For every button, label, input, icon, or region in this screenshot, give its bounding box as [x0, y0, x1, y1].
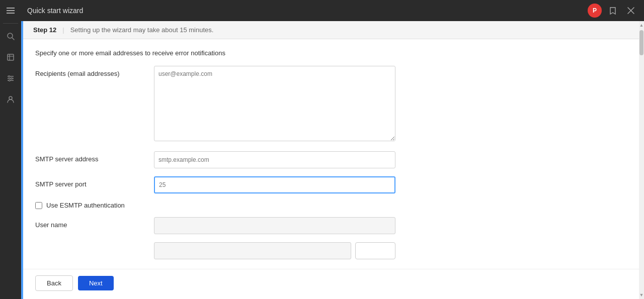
- svg-rect-2: [7, 13, 15, 14]
- dialog-content: Specify one or more email addresses to r…: [23, 39, 639, 269]
- svg-rect-5: [8, 54, 14, 60]
- scroll-down-arrow[interactable]: ▼: [639, 291, 644, 299]
- svg-point-11: [9, 76, 10, 77]
- esmtp-label: Use ESMTP authentication: [46, 202, 125, 209]
- sidebar-divider-1: [3, 23, 18, 24]
- smtp-address-control: [154, 151, 395, 168]
- password-input[interactable]: [154, 242, 351, 259]
- password-control: [154, 242, 395, 259]
- back-button[interactable]: Back: [35, 275, 73, 291]
- scroll-track: [639, 29, 644, 291]
- sidebar-tune-icon[interactable]: [0, 68, 21, 89]
- smtp-port-input[interactable]: [154, 176, 395, 193]
- svg-line-4: [12, 38, 14, 40]
- recipients-textarea[interactable]: [154, 66, 395, 141]
- recipients-row: Recipients (email addresses): [35, 66, 627, 143]
- esmtp-checkbox[interactable]: [35, 202, 42, 209]
- main-wrapper: Quick start wizard P: [21, 0, 644, 299]
- step-separator: |: [62, 26, 64, 34]
- dialog-footer: Back Next: [23, 269, 639, 299]
- form-description: Specify one or more email addresses to r…: [35, 49, 627, 57]
- bookmark-icon[interactable]: [606, 4, 620, 18]
- password-show-button[interactable]: [355, 242, 395, 259]
- scroll-thumb[interactable]: [639, 30, 643, 55]
- esmtp-row: Use ESMTP authentication: [35, 202, 627, 209]
- smtp-address-row: SMTP server address: [35, 151, 627, 168]
- sidebar-package-icon[interactable]: [0, 47, 21, 68]
- svg-point-12: [11, 78, 13, 79]
- hamburger-button[interactable]: [0, 0, 21, 21]
- scrollbar[interactable]: ▲ ▼: [639, 21, 644, 299]
- smtp-port-label: SMTP server port: [35, 176, 146, 188]
- content-area: Step 12 | Setting up the wizard may take…: [21, 21, 644, 299]
- username-label: User name: [35, 217, 146, 229]
- step-number: Step 12: [33, 26, 56, 34]
- header: Quick start wizard P: [21, 0, 644, 21]
- recipients-label: Recipients (email addresses): [35, 66, 146, 77]
- svg-rect-1: [7, 10, 15, 11]
- smtp-port-row: SMTP server port: [35, 176, 627, 193]
- step-description: Setting up the wizard may take about 15 …: [70, 26, 214, 34]
- header-actions: P: [588, 4, 638, 18]
- sidebar-search-icon[interactable]: [0, 26, 21, 47]
- svg-rect-0: [7, 8, 15, 9]
- user-avatar[interactable]: P: [588, 4, 602, 18]
- username-row: User name: [35, 217, 627, 234]
- recipients-control: [154, 66, 395, 143]
- sidebar-user-icon[interactable]: [0, 89, 21, 110]
- username-control: [154, 217, 395, 234]
- password-row-partial: [35, 242, 627, 259]
- scroll-up-arrow[interactable]: ▲: [639, 21, 644, 29]
- smtp-address-label: SMTP server address: [35, 151, 146, 163]
- step-bar: Step 12 | Setting up the wizard may take…: [23, 21, 639, 39]
- svg-point-14: [9, 96, 12, 99]
- close-icon[interactable]: [624, 4, 638, 18]
- username-input[interactable]: [154, 217, 395, 234]
- smtp-address-input[interactable]: [154, 151, 395, 168]
- svg-point-13: [9, 80, 11, 81]
- password-label: [35, 242, 146, 246]
- next-button[interactable]: Next: [78, 276, 114, 290]
- smtp-port-control: [154, 176, 395, 193]
- header-title: Quick start wizard: [27, 7, 83, 15]
- sidebar: [0, 0, 21, 299]
